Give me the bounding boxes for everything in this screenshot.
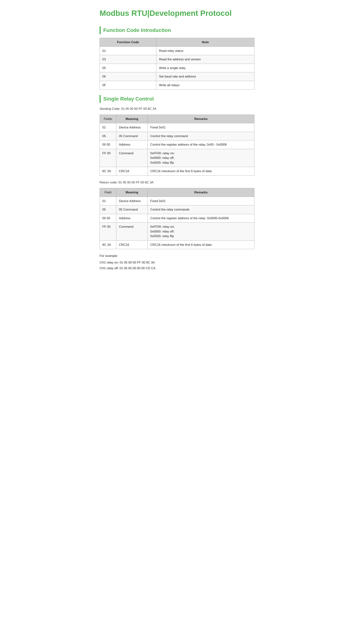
send-remarks: Control the relay command — [148, 132, 254, 140]
table-row: 06 Set baud rate and address — [100, 72, 254, 81]
return-field: 05 — [100, 206, 116, 214]
table-row: 01 Device Address Fixed 0x01 — [100, 197, 254, 206]
send-meaning: Device Address — [116, 123, 148, 132]
return-field: FF 00 — [100, 222, 116, 240]
return-header-remarks: Remarks — [148, 188, 254, 197]
return-meaning: Address — [116, 214, 148, 222]
function-code-header-col1: Function Code — [100, 38, 156, 47]
title-pipe: | — [147, 9, 150, 18]
function-code-table: Function Code Note 01 Read relay status … — [100, 38, 254, 90]
return-meaning: Command — [116, 222, 148, 240]
sending-code-label: Sending Code: 01 05 00 00 FF 00 8C 3A — [100, 106, 254, 111]
return-remarks: Fixed 0x01 — [148, 197, 254, 206]
return-field: 01 — [100, 197, 116, 206]
fc-code: 01 — [100, 46, 156, 55]
section-bar-2 — [100, 95, 101, 103]
examples-label: For example: — [100, 254, 254, 258]
send-header-fields: Fields — [100, 114, 116, 123]
section-title-function-code: Function Code Introduction — [103, 26, 171, 34]
table-row: FF 00 Command 0xFF00: relay on;0x0000: r… — [100, 149, 254, 167]
fc-code: 03 — [100, 55, 156, 64]
send-remarks: Control the register address of the rela… — [148, 140, 254, 149]
fc-note: Set baud rate and address — [156, 72, 254, 81]
section-bar — [100, 26, 101, 34]
fc-note: Write all relays — [156, 81, 254, 90]
return-remarks: Control the relay commands — [148, 206, 254, 214]
table-row: 01 Device Address Fixed 0x01 — [100, 123, 254, 132]
title-part2: Development Protocol — [150, 9, 232, 18]
table-row: 8C 3A CRC16 CRC16 checksum of the first … — [100, 167, 254, 176]
fc-note: Read relay status — [156, 46, 254, 55]
send-remarks: Fixed 0x01 — [148, 123, 254, 132]
return-table: Field Meaning Remarks 01 Device Address … — [100, 188, 254, 249]
return-code-label: Return code: 01 05 00 00 FF 00 8C 3A — [100, 180, 254, 185]
send-remarks: 0xFF00: relay on;0x0000: relay off;0x550… — [148, 149, 254, 167]
table-row: 05 05 Command Control the relay commands — [100, 206, 254, 214]
section-title-relay: Single Relay Control — [103, 95, 154, 103]
table-row: 8C 3A CRC16 CRC16 checksum of the first … — [100, 240, 254, 249]
title-part1: Modbus RTU — [100, 9, 147, 18]
fc-note: Write a single relay — [156, 64, 254, 72]
send-field: 8C 3A — [100, 167, 116, 176]
return-meaning: 05 Command — [116, 206, 148, 214]
page-title: Modbus RTU|Development Protocol — [100, 8, 254, 19]
section-single-relay: Single Relay Control — [100, 95, 254, 103]
return-meaning: CRC16 — [116, 240, 148, 249]
send-header-meaning: Meaning — [116, 114, 148, 123]
fc-code: 06 — [100, 72, 156, 81]
return-field: 00 00 — [100, 214, 116, 222]
send-remarks: CRC16 checksum of the first 6 bytes of d… — [148, 167, 254, 176]
send-meaning: Command — [116, 149, 148, 167]
example-line: CH1 relay off: 01 05 00 00 00 00 CD CA — [100, 266, 254, 271]
return-remarks: CRC16 checksum of the first 6 bytes of d… — [148, 240, 254, 249]
send-field: 05 — [100, 132, 116, 140]
table-row: 03 Read the address and version — [100, 55, 254, 64]
send-meaning: CRC16 — [116, 167, 148, 176]
send-header-remarks: Remarks — [148, 114, 254, 123]
send-field: FF 00 — [100, 149, 116, 167]
table-row: 00 00 Address Control the register addre… — [100, 140, 254, 149]
fc-code: 0F — [100, 81, 156, 90]
example-line: CH1 relay on: 01 05 00 00 FF 00 8C 3A — [100, 260, 254, 265]
function-code-header-col2: Note — [156, 38, 254, 47]
send-meaning: Address — [116, 140, 148, 149]
return-header-meaning: Meaning — [116, 188, 148, 197]
return-remarks: Control the register address of the rela… — [148, 214, 254, 222]
send-field: 01 — [100, 123, 116, 132]
return-meaning: Device Address — [116, 197, 148, 206]
return-remarks: 0xFF00: relay on;0x0000: relay off;0x550… — [148, 222, 254, 240]
table-row: 00 00 Address Control the register addre… — [100, 214, 254, 222]
fc-note: Read the address and version — [156, 55, 254, 64]
section-function-code: Function Code Introduction — [100, 26, 254, 34]
table-row: 05 05 Command Control the relay command — [100, 132, 254, 140]
table-row: 0F Write all relays — [100, 81, 254, 90]
send-meaning: 05 Command — [116, 132, 148, 140]
table-row: 01 Read relay status — [100, 46, 254, 55]
return-header-field: Field — [100, 188, 116, 197]
send-field: 00 00 — [100, 140, 116, 149]
send-table: Fields Meaning Remarks 01 Device Address… — [100, 114, 254, 176]
table-row: 05 Write a single relay — [100, 64, 254, 72]
table-row: FF 00 Command 0xFF00: relay on;0x0000: r… — [100, 222, 254, 240]
return-field: 8C 3A — [100, 240, 116, 249]
fc-code: 05 — [100, 64, 156, 72]
